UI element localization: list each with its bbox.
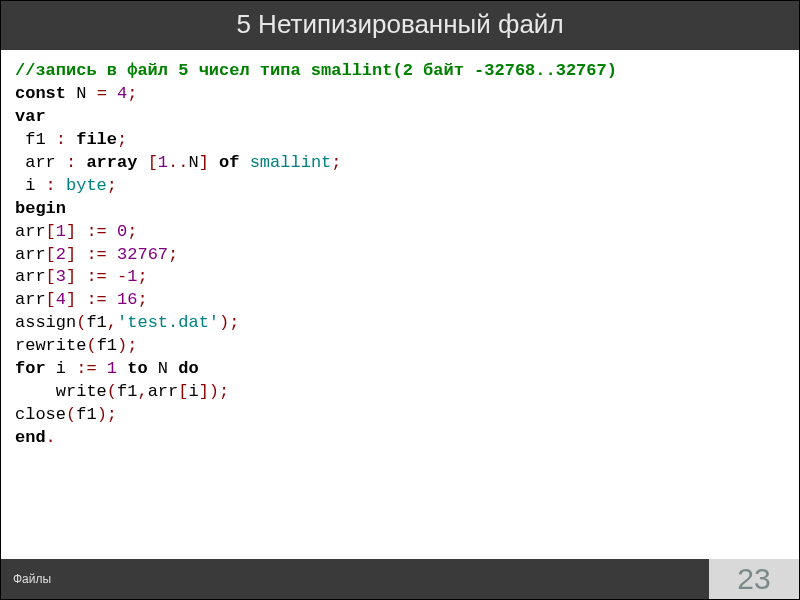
code-token: ; <box>107 176 117 195</box>
slide-title: 5 Нетипизированный файл <box>1 1 799 50</box>
code-token: ] <box>66 245 76 264</box>
code-token: ( <box>107 382 117 401</box>
code-token: ] <box>66 290 76 309</box>
code-token: f1 <box>97 336 117 355</box>
code-token: ( <box>86 336 96 355</box>
code-token: 32767 <box>117 245 168 264</box>
code-token: 1 <box>127 267 137 286</box>
code-token: [ <box>46 245 56 264</box>
code-token: ] <box>66 267 76 286</box>
code-token: ; <box>168 245 178 264</box>
code-token: ] <box>199 153 209 172</box>
code-token: end <box>15 428 46 447</box>
code-token: 'test.dat' <box>117 313 219 332</box>
code-token: f1 <box>76 405 96 424</box>
code-token: ) <box>219 313 229 332</box>
code-token: i <box>56 359 66 378</box>
code-token: arr <box>25 153 56 172</box>
code-token: := <box>86 222 106 241</box>
code-token: 16 <box>117 290 137 309</box>
code-token: [ <box>178 382 188 401</box>
code-token: arr <box>148 382 179 401</box>
code-token: arr <box>15 267 46 286</box>
code-token: i <box>188 382 198 401</box>
code-token: ] <box>66 222 76 241</box>
code-token: 2 <box>56 245 66 264</box>
code-token: . <box>46 428 56 447</box>
footer-label: Файлы <box>1 559 709 599</box>
code-token: 4 <box>56 290 66 309</box>
code-token: ; <box>127 336 137 355</box>
code-token: N <box>158 359 168 378</box>
code-token: ; <box>127 84 137 103</box>
code-token: smallint <box>250 153 332 172</box>
code-token: ( <box>66 405 76 424</box>
code-token: 1 <box>56 222 66 241</box>
code-token: ; <box>117 130 127 149</box>
code-token: , <box>137 382 147 401</box>
code-token: file <box>76 130 117 149</box>
slide: 5 Нетипизированный файл //запись в файл … <box>0 0 800 600</box>
code-token: ) <box>97 405 107 424</box>
code-token: ; <box>331 153 341 172</box>
code-token: 0 <box>117 222 127 241</box>
code-token: f1 <box>86 313 106 332</box>
code-token: : <box>66 153 76 172</box>
code-token: := <box>86 290 106 309</box>
code-token: ( <box>76 313 86 332</box>
code-token: 4 <box>117 84 127 103</box>
page-number: 23 <box>709 559 799 599</box>
slide-content: //запись в файл 5 чисел типа smallint(2 … <box>1 50 799 559</box>
code-token: ; <box>127 222 137 241</box>
code-token: .. <box>168 153 188 172</box>
code-token: of <box>219 153 239 172</box>
code-token: [ <box>46 267 56 286</box>
code-token: 1 <box>107 359 117 378</box>
code-token: rewrite <box>15 336 86 355</box>
code-token: ] <box>199 382 209 401</box>
code-token: [ <box>46 222 56 241</box>
code-token: N <box>76 84 86 103</box>
code-token: var <box>15 107 46 126</box>
code-token: [ <box>46 290 56 309</box>
code-token: ; <box>137 290 147 309</box>
code-block: //запись в файл 5 чисел типа smallint(2 … <box>15 60 785 450</box>
code-token: do <box>178 359 198 378</box>
code-token: 3 <box>56 267 66 286</box>
code-token: := <box>86 245 106 264</box>
code-token: := <box>76 359 96 378</box>
code-token: const <box>15 84 66 103</box>
code-token: , <box>107 313 117 332</box>
footer: Файлы 23 <box>1 559 799 599</box>
code-token: ) <box>117 336 127 355</box>
code-token: assign <box>15 313 76 332</box>
code-token: : <box>56 130 66 149</box>
code-token: - <box>117 267 127 286</box>
code-token: arr <box>15 222 46 241</box>
code-token: byte <box>66 176 107 195</box>
code-token: to <box>127 359 147 378</box>
code-token: [ <box>148 153 158 172</box>
code-token: : <box>46 176 56 195</box>
code-token: close <box>15 405 66 424</box>
code-token: := <box>86 267 106 286</box>
code-token: for <box>15 359 46 378</box>
code-token: N <box>188 153 198 172</box>
code-token: f1 <box>25 130 45 149</box>
code-token: i <box>25 176 35 195</box>
code-token: arr <box>15 245 46 264</box>
code-token: array <box>86 153 137 172</box>
code-token: arr <box>15 290 46 309</box>
code-token: ; <box>219 382 229 401</box>
code-token: f1 <box>117 382 137 401</box>
code-token: ; <box>229 313 239 332</box>
code-token: ; <box>137 267 147 286</box>
code-token: ) <box>209 382 219 401</box>
code-token: = <box>97 84 107 103</box>
code-token: ; <box>107 405 117 424</box>
code-token: begin <box>15 199 66 218</box>
code-comment: //запись в файл 5 чисел типа smallint(2 … <box>15 61 617 80</box>
code-token: 1 <box>158 153 168 172</box>
code-token: write <box>56 382 107 401</box>
